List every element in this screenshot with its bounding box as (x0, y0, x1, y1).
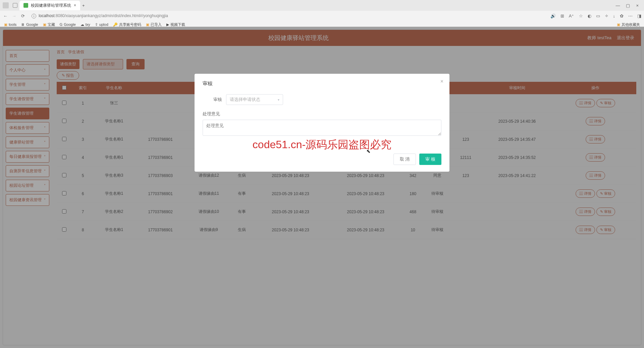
opinion-textarea[interactable] (203, 120, 441, 136)
bookmark-item[interactable]: ☁txy (80, 22, 90, 27)
menu-icon[interactable]: ⋯ (628, 13, 633, 18)
bookmark-item[interactable]: ▶视频下载 (166, 22, 185, 27)
url-field[interactable]: i localhost:8080/xiaoyuanjiankangyz/admi… (29, 12, 547, 20)
new-tab-button[interactable]: + (82, 3, 85, 8)
tab-title: 校园健康驿站管理系统 (31, 3, 71, 8)
form-row-audit: 审核 请选择申请状态 ▾ (203, 94, 441, 105)
folder-icon: ▣ (146, 22, 149, 27)
audit-label: 审核 (203, 97, 226, 103)
key-icon: 🔑 (113, 22, 118, 27)
folder-icon: ▣ (43, 22, 46, 27)
url-host: localhost (39, 13, 54, 18)
audit-modal: 审核 × 审核 请选择申请状态 ▾ 处理意见 取 消 审 核 ⬉ (195, 74, 449, 172)
bookmark-item[interactable]: 🗎Google (21, 22, 38, 26)
folder-icon: ▣ (4, 22, 7, 27)
url-path: :8080/xiaoyuanjiankangyz/admin/dist/inde… (55, 13, 168, 18)
download-icon[interactable]: ↓ (613, 13, 615, 18)
cancel-button[interactable]: 取 消 (393, 154, 416, 165)
back-icon[interactable]: ← (3, 13, 8, 18)
other-bookmarks[interactable]: ▣其他收藏夹 (617, 22, 640, 27)
page-icon: 🗎 (21, 22, 25, 26)
form-row-opinion: 处理意见 (203, 111, 441, 137)
opinion-label: 处理意见 (203, 111, 441, 117)
maximize-icon[interactable]: ▢ (626, 3, 630, 8)
status-select[interactable]: 请选择申请状态 ▾ (226, 94, 283, 105)
chevron-down-icon: ▾ (278, 98, 279, 102)
profile-avatar[interactable] (3, 2, 9, 8)
bookmark-item[interactable]: ▣已导入 (146, 22, 162, 27)
bookmark-item[interactable]: 🔑共享账号密码 (113, 22, 141, 27)
star-icon[interactable]: ☆ (579, 13, 583, 18)
window-controls-right: — ▢ × (615, 3, 641, 8)
modal-title: 审核 (203, 80, 441, 87)
favorites-icon[interactable]: ✧ (605, 13, 608, 18)
confirm-button[interactable]: 审 核 (419, 154, 441, 165)
bookmark-item[interactable]: GGoogle (60, 22, 76, 26)
forward-icon: → (11, 13, 17, 18)
extension-icon[interactable]: ✿ (620, 13, 624, 18)
select-placeholder: 请选择申请状态 (230, 97, 260, 103)
address-bar: ← → ⟳ i localhost:8080/xiaoyuanjiankangy… (0, 11, 644, 21)
window-controls-left (3, 2, 17, 8)
close-window-icon[interactable]: × (636, 3, 639, 8)
close-tab-icon[interactable]: × (74, 3, 76, 8)
refresh-icon[interactable]: ⟳ (20, 13, 25, 18)
bookmark-item[interactable]: ⇧uplod (95, 22, 108, 27)
close-icon[interactable]: × (440, 78, 443, 84)
puzzle-icon[interactable]: ⊞ (560, 13, 564, 18)
favicon (23, 3, 28, 8)
google-icon: G (60, 22, 63, 26)
cloud-icon: ☁ (80, 22, 84, 27)
site-info-icon[interactable]: i (32, 14, 36, 18)
speaker-icon[interactable]: 🔊 (550, 13, 556, 18)
address-bar-actions: 🔊 ⊞ A⁺ ☆ ◐ ▭ ✧ ↓ ✿ ⋯ ◨ (550, 13, 641, 18)
modal-footer: 取 消 审 核 (203, 154, 441, 165)
video-icon: ▶ (166, 22, 169, 27)
bookmark-item[interactable]: ▣宝藏 (43, 22, 55, 27)
tabs-icon[interactable] (13, 3, 17, 8)
upload-icon: ⇧ (95, 22, 98, 27)
refresh2-icon[interactable]: ◐ (588, 13, 591, 18)
browser-chrome: 校园健康驿站管理系统 × + — ▢ × ← → ⟳ i localhost:8… (0, 0, 644, 27)
modal-overlay[interactable]: 审核 × 审核 请选择申请状态 ▾ 处理意见 取 消 审 核 ⬉ (0, 27, 644, 348)
bookmark-item[interactable]: ▣tools (4, 22, 16, 27)
minimize-icon[interactable]: — (615, 3, 620, 8)
tab-bar: 校园健康驿站管理系统 × + — ▢ × (0, 0, 644, 11)
collections-icon[interactable]: ▭ (596, 13, 600, 18)
folder-icon: ▣ (617, 22, 620, 27)
sidebar-toggle-icon[interactable]: ◨ (637, 13, 641, 18)
text-icon[interactable]: A⁺ (569, 13, 574, 18)
browser-tab[interactable]: 校园健康驿站管理系统 × (19, 1, 80, 10)
